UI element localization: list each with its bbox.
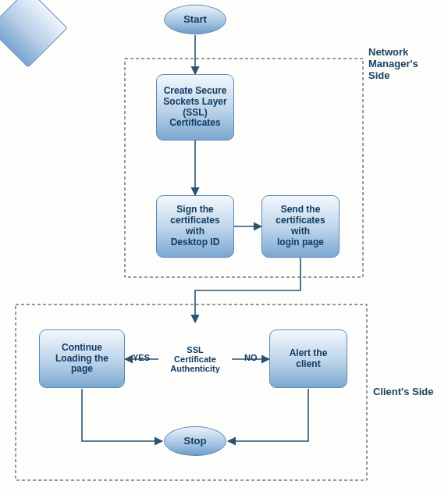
edge-label-no: NO: [244, 353, 258, 362]
frame-label-client: Client's Side: [373, 386, 434, 398]
flowchart-canvas: Network Manager's Side Client's Side Sta…: [0, 0, 448, 495]
edge-alert-stop: [228, 389, 308, 441]
frame-client: [16, 304, 367, 480]
node-decision-auth-label: SSL Certificate Authenticity: [156, 337, 234, 381]
frame-label-nm: Network Manager's Side: [368, 47, 446, 82]
frame-network-manager: [125, 59, 363, 277]
edge-label-yes: YES: [133, 353, 150, 362]
edge-send-auth: [195, 258, 300, 322]
edge-cont-stop: [82, 389, 162, 441]
